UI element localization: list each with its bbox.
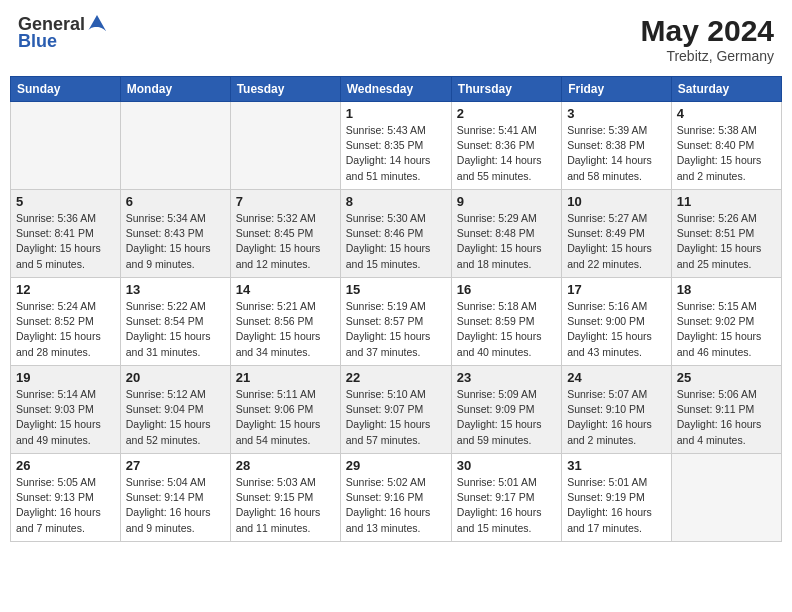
month-year-title: May 2024 bbox=[641, 14, 774, 48]
calendar-cell: 10Sunrise: 5:27 AMSunset: 8:49 PMDayligh… bbox=[562, 190, 672, 278]
calendar-cell: 21Sunrise: 5:11 AMSunset: 9:06 PMDayligh… bbox=[230, 366, 340, 454]
calendar-cell: 24Sunrise: 5:07 AMSunset: 9:10 PMDayligh… bbox=[562, 366, 672, 454]
calendar-cell: 17Sunrise: 5:16 AMSunset: 9:00 PMDayligh… bbox=[562, 278, 672, 366]
title-block: May 2024 Trebitz, Germany bbox=[641, 14, 774, 64]
day-info: Sunrise: 5:24 AMSunset: 8:52 PMDaylight:… bbox=[16, 299, 115, 360]
day-info: Sunrise: 5:43 AMSunset: 8:35 PMDaylight:… bbox=[346, 123, 446, 184]
logo-icon bbox=[86, 13, 108, 35]
day-number: 29 bbox=[346, 458, 446, 473]
day-number: 4 bbox=[677, 106, 776, 121]
day-info: Sunrise: 5:21 AMSunset: 8:56 PMDaylight:… bbox=[236, 299, 335, 360]
day-number: 11 bbox=[677, 194, 776, 209]
week-row-2: 5Sunrise: 5:36 AMSunset: 8:41 PMDaylight… bbox=[11, 190, 782, 278]
day-info: Sunrise: 5:06 AMSunset: 9:11 PMDaylight:… bbox=[677, 387, 776, 448]
day-info: Sunrise: 5:26 AMSunset: 8:51 PMDaylight:… bbox=[677, 211, 776, 272]
calendar-cell: 30Sunrise: 5:01 AMSunset: 9:17 PMDayligh… bbox=[451, 454, 561, 542]
day-number: 20 bbox=[126, 370, 225, 385]
day-info: Sunrise: 5:22 AMSunset: 8:54 PMDaylight:… bbox=[126, 299, 225, 360]
calendar-cell: 23Sunrise: 5:09 AMSunset: 9:09 PMDayligh… bbox=[451, 366, 561, 454]
calendar-cell: 22Sunrise: 5:10 AMSunset: 9:07 PMDayligh… bbox=[340, 366, 451, 454]
day-info: Sunrise: 5:29 AMSunset: 8:48 PMDaylight:… bbox=[457, 211, 556, 272]
calendar-cell bbox=[11, 102, 121, 190]
day-header-sunday: Sunday bbox=[11, 77, 121, 102]
day-number: 1 bbox=[346, 106, 446, 121]
calendar-cell: 6Sunrise: 5:34 AMSunset: 8:43 PMDaylight… bbox=[120, 190, 230, 278]
day-number: 14 bbox=[236, 282, 335, 297]
day-info: Sunrise: 5:38 AMSunset: 8:40 PMDaylight:… bbox=[677, 123, 776, 184]
calendar-cell: 5Sunrise: 5:36 AMSunset: 8:41 PMDaylight… bbox=[11, 190, 121, 278]
day-info: Sunrise: 5:18 AMSunset: 8:59 PMDaylight:… bbox=[457, 299, 556, 360]
day-number: 28 bbox=[236, 458, 335, 473]
day-info: Sunrise: 5:11 AMSunset: 9:06 PMDaylight:… bbox=[236, 387, 335, 448]
day-info: Sunrise: 5:07 AMSunset: 9:10 PMDaylight:… bbox=[567, 387, 666, 448]
day-number: 9 bbox=[457, 194, 556, 209]
day-header-friday: Friday bbox=[562, 77, 672, 102]
day-number: 7 bbox=[236, 194, 335, 209]
week-row-4: 19Sunrise: 5:14 AMSunset: 9:03 PMDayligh… bbox=[11, 366, 782, 454]
day-number: 30 bbox=[457, 458, 556, 473]
calendar-cell: 4Sunrise: 5:38 AMSunset: 8:40 PMDaylight… bbox=[671, 102, 781, 190]
day-number: 16 bbox=[457, 282, 556, 297]
calendar-cell: 15Sunrise: 5:19 AMSunset: 8:57 PMDayligh… bbox=[340, 278, 451, 366]
day-number: 26 bbox=[16, 458, 115, 473]
day-info: Sunrise: 5:16 AMSunset: 9:00 PMDaylight:… bbox=[567, 299, 666, 360]
day-number: 8 bbox=[346, 194, 446, 209]
location-subtitle: Trebitz, Germany bbox=[641, 48, 774, 64]
day-info: Sunrise: 5:32 AMSunset: 8:45 PMDaylight:… bbox=[236, 211, 335, 272]
calendar-cell: 16Sunrise: 5:18 AMSunset: 8:59 PMDayligh… bbox=[451, 278, 561, 366]
day-number: 31 bbox=[567, 458, 666, 473]
day-info: Sunrise: 5:10 AMSunset: 9:07 PMDaylight:… bbox=[346, 387, 446, 448]
calendar-cell: 1Sunrise: 5:43 AMSunset: 8:35 PMDaylight… bbox=[340, 102, 451, 190]
day-info: Sunrise: 5:04 AMSunset: 9:14 PMDaylight:… bbox=[126, 475, 225, 536]
day-info: Sunrise: 5:09 AMSunset: 9:09 PMDaylight:… bbox=[457, 387, 556, 448]
calendar-cell: 11Sunrise: 5:26 AMSunset: 8:51 PMDayligh… bbox=[671, 190, 781, 278]
day-info: Sunrise: 5:34 AMSunset: 8:43 PMDaylight:… bbox=[126, 211, 225, 272]
calendar-cell bbox=[671, 454, 781, 542]
day-info: Sunrise: 5:02 AMSunset: 9:16 PMDaylight:… bbox=[346, 475, 446, 536]
calendar-cell: 2Sunrise: 5:41 AMSunset: 8:36 PMDaylight… bbox=[451, 102, 561, 190]
day-info: Sunrise: 5:27 AMSunset: 8:49 PMDaylight:… bbox=[567, 211, 666, 272]
day-info: Sunrise: 5:01 AMSunset: 9:19 PMDaylight:… bbox=[567, 475, 666, 536]
day-info: Sunrise: 5:03 AMSunset: 9:15 PMDaylight:… bbox=[236, 475, 335, 536]
calendar-cell: 29Sunrise: 5:02 AMSunset: 9:16 PMDayligh… bbox=[340, 454, 451, 542]
day-number: 23 bbox=[457, 370, 556, 385]
page-header: General Blue May 2024 Trebitz, Germany bbox=[10, 10, 782, 68]
calendar-cell: 18Sunrise: 5:15 AMSunset: 9:02 PMDayligh… bbox=[671, 278, 781, 366]
day-info: Sunrise: 5:39 AMSunset: 8:38 PMDaylight:… bbox=[567, 123, 666, 184]
calendar-cell: 19Sunrise: 5:14 AMSunset: 9:03 PMDayligh… bbox=[11, 366, 121, 454]
day-info: Sunrise: 5:30 AMSunset: 8:46 PMDaylight:… bbox=[346, 211, 446, 272]
day-number: 18 bbox=[677, 282, 776, 297]
calendar-header-row: SundayMondayTuesdayWednesdayThursdayFrid… bbox=[11, 77, 782, 102]
day-info: Sunrise: 5:05 AMSunset: 9:13 PMDaylight:… bbox=[16, 475, 115, 536]
calendar-cell: 20Sunrise: 5:12 AMSunset: 9:04 PMDayligh… bbox=[120, 366, 230, 454]
day-number: 17 bbox=[567, 282, 666, 297]
calendar-cell: 27Sunrise: 5:04 AMSunset: 9:14 PMDayligh… bbox=[120, 454, 230, 542]
calendar-cell bbox=[230, 102, 340, 190]
day-number: 19 bbox=[16, 370, 115, 385]
week-row-5: 26Sunrise: 5:05 AMSunset: 9:13 PMDayligh… bbox=[11, 454, 782, 542]
day-number: 10 bbox=[567, 194, 666, 209]
calendar-cell bbox=[120, 102, 230, 190]
day-info: Sunrise: 5:36 AMSunset: 8:41 PMDaylight:… bbox=[16, 211, 115, 272]
calendar-cell: 3Sunrise: 5:39 AMSunset: 8:38 PMDaylight… bbox=[562, 102, 672, 190]
calendar-cell: 26Sunrise: 5:05 AMSunset: 9:13 PMDayligh… bbox=[11, 454, 121, 542]
calendar-cell: 7Sunrise: 5:32 AMSunset: 8:45 PMDaylight… bbox=[230, 190, 340, 278]
week-row-3: 12Sunrise: 5:24 AMSunset: 8:52 PMDayligh… bbox=[11, 278, 782, 366]
day-number: 3 bbox=[567, 106, 666, 121]
day-header-wednesday: Wednesday bbox=[340, 77, 451, 102]
calendar-cell: 25Sunrise: 5:06 AMSunset: 9:11 PMDayligh… bbox=[671, 366, 781, 454]
calendar-cell: 9Sunrise: 5:29 AMSunset: 8:48 PMDaylight… bbox=[451, 190, 561, 278]
day-number: 13 bbox=[126, 282, 225, 297]
logo: General Blue bbox=[18, 14, 108, 52]
week-row-1: 1Sunrise: 5:43 AMSunset: 8:35 PMDaylight… bbox=[11, 102, 782, 190]
day-number: 27 bbox=[126, 458, 225, 473]
day-number: 22 bbox=[346, 370, 446, 385]
day-header-monday: Monday bbox=[120, 77, 230, 102]
calendar-cell: 14Sunrise: 5:21 AMSunset: 8:56 PMDayligh… bbox=[230, 278, 340, 366]
day-number: 6 bbox=[126, 194, 225, 209]
day-info: Sunrise: 5:12 AMSunset: 9:04 PMDaylight:… bbox=[126, 387, 225, 448]
calendar-table: SundayMondayTuesdayWednesdayThursdayFrid… bbox=[10, 76, 782, 542]
calendar-cell: 13Sunrise: 5:22 AMSunset: 8:54 PMDayligh… bbox=[120, 278, 230, 366]
calendar-cell: 8Sunrise: 5:30 AMSunset: 8:46 PMDaylight… bbox=[340, 190, 451, 278]
calendar-cell: 12Sunrise: 5:24 AMSunset: 8:52 PMDayligh… bbox=[11, 278, 121, 366]
